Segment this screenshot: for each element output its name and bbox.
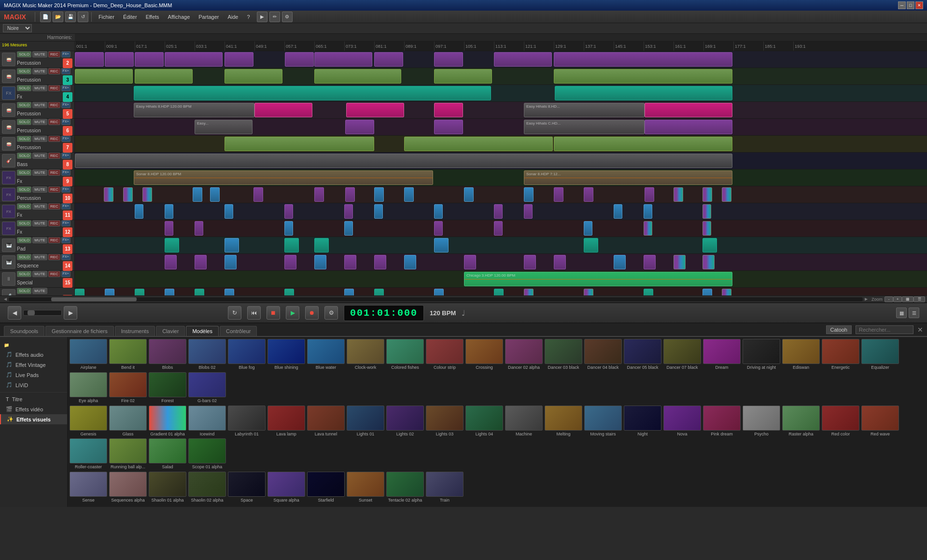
clip-7-1[interactable]: [225, 137, 374, 151]
ruler-track[interactable]: 001:1 009:1 017:1 025:1 033:1 041:1 049:…: [75, 42, 927, 51]
rec-8[interactable]: REC: [48, 153, 60, 159]
clip-14-6[interactable]: [344, 255, 356, 269]
clip-7-2[interactable]: [404, 137, 553, 151]
clip-16-1[interactable]: [75, 289, 84, 295]
undo-button[interactable]: ↺: [78, 12, 88, 22]
clip-16-9[interactable]: [374, 289, 384, 295]
view-list[interactable]: ☰: [909, 308, 919, 318]
view-grid[interactable]: ▦: [896, 308, 907, 318]
clip-2-2[interactable]: [105, 52, 134, 67]
stop-button[interactable]: ⏹: [267, 306, 280, 320]
fx-11[interactable]: FX+: [61, 203, 70, 210]
media-item-7[interactable]: Clock-work: [347, 339, 384, 370]
clip-3-5[interactable]: [434, 69, 492, 84]
clip-12-5[interactable]: [434, 221, 443, 236]
rec-15[interactable]: REC: [48, 271, 60, 277]
clip-12-6[interactable]: [494, 221, 503, 236]
media-item-6[interactable]: Blue water: [307, 339, 345, 370]
noire-select[interactable]: Noire: [3, 24, 32, 32]
track-row-6[interactable]: Easy... Easy Hihats C.HD...: [75, 119, 927, 136]
clip-10-2[interactable]: [123, 187, 133, 202]
media-item-2[interactable]: Shaolin 01 alpha: [149, 472, 186, 503]
clip-11-6[interactable]: [374, 204, 383, 219]
solo-4[interactable]: SOLO: [17, 85, 31, 91]
menu-aide[interactable]: Aide: [224, 13, 242, 21]
track-row-7[interactable]: [75, 136, 927, 153]
clip-2-4[interactable]: [165, 52, 223, 67]
media-item-15[interactable]: Nova: [663, 406, 701, 437]
clip-5-1[interactable]: Easy Hihats 8.HDP 120.00 BPM: [134, 103, 254, 117]
track-row-2[interactable]: [75, 51, 927, 68]
track-row-9[interactable]: Sonar 8.HDP 120.00 BPM Sonar 8.HDP 7:12.…: [75, 169, 927, 186]
clip-11-3[interactable]: [225, 204, 233, 219]
media-item-20[interactable]: Red wave: [861, 406, 899, 437]
clip-16-12[interactable]: [524, 289, 534, 295]
clip-11-7[interactable]: [434, 204, 443, 219]
catooh-button[interactable]: Catooh: [826, 325, 852, 334]
menu-affichage[interactable]: Affichage: [164, 13, 194, 21]
rec-11[interactable]: REC: [48, 203, 60, 210]
clip-9-2[interactable]: Sonar 8.HDP 7:12...: [524, 170, 732, 185]
clip-16-4[interactable]: [165, 289, 174, 295]
clip-10-16[interactable]: [674, 187, 683, 202]
clip-2-10[interactable]: [494, 52, 552, 67]
solo-5[interactable]: SOLO: [17, 102, 31, 108]
clip-16-10[interactable]: [434, 289, 444, 295]
mute-4[interactable]: MUTE: [32, 85, 47, 91]
tab-modeles[interactable]: Modèles: [186, 326, 219, 336]
clip-16-7[interactable]: [284, 289, 294, 295]
media-item-22[interactable]: Running ball alp...: [109, 438, 147, 470]
media-item-2[interactable]: Blobs: [149, 339, 186, 370]
clip-4-2[interactable]: [555, 86, 732, 100]
clip-3-2[interactable]: [135, 69, 193, 84]
menu-editer[interactable]: Éditer: [119, 13, 141, 21]
media-item-16[interactable]: Dream: [703, 339, 741, 370]
media-item-16[interactable]: Pink dream: [703, 406, 741, 437]
rec-3[interactable]: REC: [48, 68, 60, 74]
solo-13[interactable]: SOLO: [17, 237, 31, 243]
settings-button[interactable]: ⚙: [324, 306, 338, 320]
fx-15[interactable]: FX+: [61, 271, 70, 277]
clip-2-7[interactable]: [314, 52, 372, 67]
media-item-4[interactable]: Space: [228, 472, 266, 503]
track-row-4[interactable]: [75, 85, 927, 102]
clip-10-12[interactable]: [524, 187, 534, 202]
media-item-3[interactable]: Blobs 02: [188, 339, 226, 370]
rec-5[interactable]: REC: [48, 102, 60, 108]
scroll-right-transport[interactable]: ▶: [64, 306, 77, 320]
sidebar-live-pads[interactable]: 🎵 Live Pads: [0, 370, 67, 380]
settings-quick[interactable]: ⚙: [282, 12, 293, 22]
fx-5[interactable]: FX+: [61, 102, 70, 108]
play-quick[interactable]: ▶: [257, 12, 267, 22]
mute-16[interactable]: MUTE: [32, 288, 47, 294]
track-row-8[interactable]: [75, 153, 927, 169]
menu-help2[interactable]: ?: [243, 13, 254, 21]
clip-16-13[interactable]: [584, 289, 593, 295]
media-item-9[interactable]: Lights 03: [426, 406, 464, 437]
media-item-23[interactable]: Forest: [149, 372, 186, 404]
clip-10-3[interactable]: [142, 187, 152, 202]
loop-button[interactable]: ↻: [228, 306, 241, 320]
clip-11-8[interactable]: [494, 204, 503, 219]
media-item-13[interactable]: Dancer 04 black: [584, 339, 622, 370]
clip-10-1[interactable]: [104, 187, 113, 202]
clip-14-15[interactable]: [702, 255, 715, 269]
clip-11-5[interactable]: [344, 204, 353, 219]
clip-13-1[interactable]: [165, 238, 179, 252]
media-item-6[interactable]: Lava tunnel: [307, 406, 345, 437]
mute-6[interactable]: MUTE: [32, 119, 47, 125]
sidebar-livid[interactable]: 🎵 LiViD: [0, 380, 67, 390]
mute-5[interactable]: MUTE: [32, 102, 47, 108]
minimize-button[interactable]: ─: [898, 1, 906, 9]
clip-5-2[interactable]: Easy Hihats 8.HD...: [524, 103, 645, 117]
media-item-19[interactable]: Energetic: [822, 339, 859, 370]
clip-14-11[interactable]: [554, 255, 566, 269]
zoom-in[interactable]: +: [893, 296, 902, 302]
clip-3-6[interactable]: [554, 69, 732, 84]
clip-11-10[interactable]: [614, 204, 622, 219]
scroll-left-arrow[interactable]: ◀: [2, 297, 9, 301]
scroll-track[interactable]: [9, 297, 863, 301]
rec-2[interactable]: REC: [48, 51, 60, 57]
clip-2-8[interactable]: [374, 52, 403, 67]
media-item-21[interactable]: Roller-coaster: [70, 438, 107, 470]
